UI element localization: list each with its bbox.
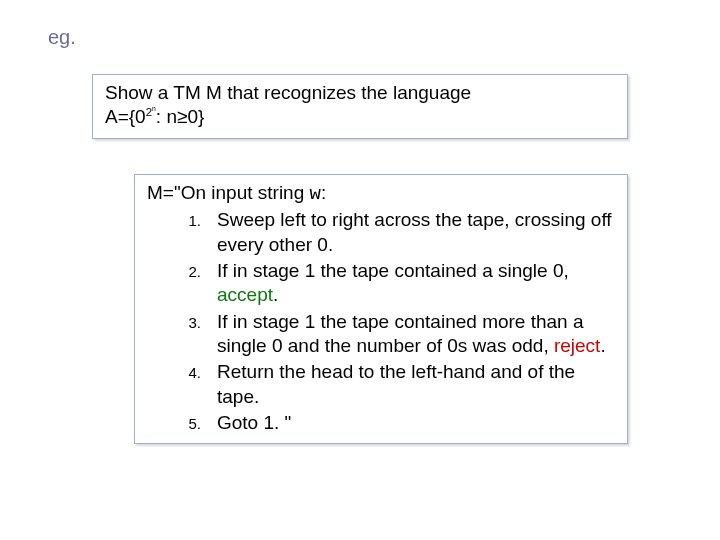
step-text: Goto 1. ": [217, 411, 617, 435]
list-item: 1. Sweep left to right across the tape, …: [147, 208, 617, 257]
solution-head: M="On input string w:: [147, 181, 617, 206]
solution-head-var: w: [310, 183, 321, 205]
solution-head-suffix: :: [321, 182, 326, 203]
problem-mid: : n: [156, 106, 177, 127]
step-number: 2.: [147, 259, 217, 308]
step-text-before: If in stage 1 the tape contained a singl…: [217, 260, 569, 281]
step-text-after: .: [273, 284, 278, 305]
step-text: If in stage 1 the tape contained a singl…: [217, 259, 617, 308]
step-text: Sweep left to right across the tape, cro…: [217, 208, 617, 257]
step-number: 4.: [147, 360, 217, 409]
solution-head-prefix: M="On input string: [147, 182, 310, 203]
step-text: Return the head to the left-hand and of …: [217, 360, 617, 409]
step-number: 5.: [147, 411, 217, 435]
problem-end: 0}: [187, 106, 204, 127]
reject-word: reject: [554, 335, 600, 356]
problem-prefix: A={0: [105, 106, 146, 127]
list-item: 4. Return the head to the left-hand and …: [147, 360, 617, 409]
example-label: eg.: [48, 26, 76, 49]
list-item: 2. If in stage 1 the tape contained a si…: [147, 259, 617, 308]
step-number: 3.: [147, 310, 217, 359]
step-number: 1.: [147, 208, 217, 257]
problem-box: Show a TM M that recognizes the language…: [92, 74, 628, 139]
step-text-before: If in stage 1 the tape contained more th…: [217, 311, 584, 356]
list-item: 5. Goto 1. ": [147, 411, 617, 435]
problem-line2: A={02n: n≥0}: [105, 105, 617, 129]
step-text-after: .: [600, 335, 605, 356]
geq-symbol: ≥: [177, 106, 187, 127]
accept-word: accept: [217, 284, 273, 305]
step-text: If in stage 1 the tape contained more th…: [217, 310, 617, 359]
list-item: 3. If in stage 1 the tape contained more…: [147, 310, 617, 359]
problem-line1: Show a TM M that recognizes the language: [105, 81, 617, 105]
solution-steps: 1. Sweep left to right across the tape, …: [147, 208, 617, 435]
solution-box: M="On input string w: 1. Sweep left to r…: [134, 174, 628, 444]
